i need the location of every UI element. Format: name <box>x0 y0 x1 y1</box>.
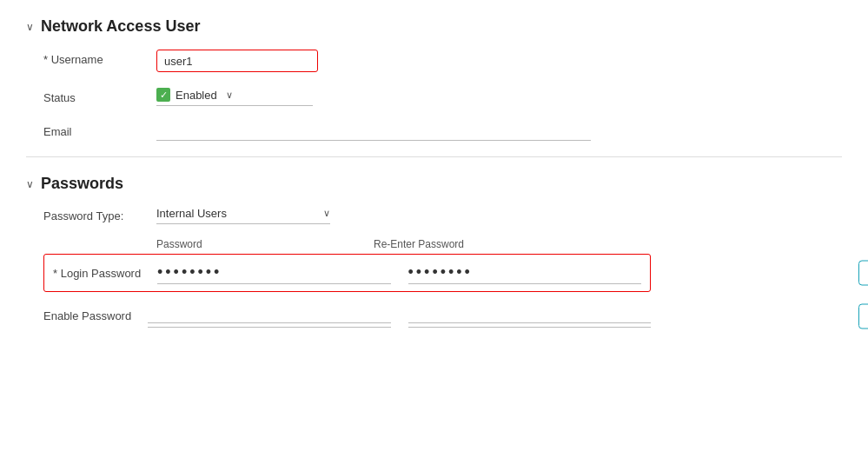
login-password-row: * Login Password <box>43 254 651 292</box>
status-label: Status <box>43 88 156 104</box>
enable-password-row: Enable Password <box>26 304 651 328</box>
status-dropdown-arrow[interactable]: ∨ <box>226 90 233 101</box>
status-checkbox-icon[interactable]: ✓ <box>156 88 170 102</box>
username-control <box>156 50 591 72</box>
login-generate-password-button[interactable]: Generate Password <box>858 261 868 286</box>
password-type-dropdown-arrow[interactable]: ∨ <box>323 208 330 219</box>
username-row: * Username <box>26 50 842 72</box>
status-wrap[interactable]: ✓ Enabled ∨ <box>156 88 313 106</box>
enable-password-inputs <box>148 304 651 328</box>
enable-reenter-input-wrap <box>408 304 652 328</box>
enable-reenter-input[interactable] <box>408 304 652 323</box>
network-access-title: Network Access User <box>41 17 200 36</box>
section-divider <box>26 156 842 157</box>
passwords-title: Passwords <box>41 175 123 193</box>
status-control: ✓ Enabled ∨ <box>156 88 591 106</box>
login-password-input[interactable] <box>157 262 391 283</box>
login-generate-wrap: Generate Password i <box>858 261 868 286</box>
enable-generate-password-button[interactable]: Generate Password <box>858 303 868 329</box>
username-box <box>156 50 318 72</box>
login-password-label: * Login Password <box>53 267 157 280</box>
username-input[interactable] <box>164 55 310 68</box>
password-col-label: Password <box>156 238 374 250</box>
password-type-label: Password Type: <box>43 209 156 222</box>
login-password-inputs <box>157 262 641 284</box>
network-access-header: ∨ Network Access User <box>26 17 842 36</box>
network-access-chevron-icon[interactable]: ∨ <box>26 21 34 33</box>
email-label: Email <box>43 122 156 138</box>
enable-password-label: Enable Password <box>43 309 148 322</box>
login-reenter-input[interactable] <box>408 262 642 283</box>
password-columns-header: Password Re-Enter Password <box>26 238 842 250</box>
username-label: * Username <box>43 50 156 66</box>
password-type-value: Internal Users <box>156 207 320 220</box>
passwords-chevron-icon[interactable]: ∨ <box>26 178 34 190</box>
reenter-col-label: Re-Enter Password <box>374 238 591 250</box>
passwords-header: ∨ Passwords <box>26 175 842 193</box>
enable-generate-wrap: Generate Password i <box>858 303 868 329</box>
email-control <box>156 122 591 141</box>
status-text: Enabled <box>176 89 217 102</box>
page: ∨ Network Access User * Username Status … <box>0 0 868 458</box>
enable-password-input-wrap <box>148 304 391 328</box>
password-type-row: Password Type: Internal Users ∨ <box>26 207 842 224</box>
login-reenter-input-wrap <box>408 262 642 284</box>
email-input[interactable] <box>156 122 591 141</box>
enable-password-input[interactable] <box>148 304 391 323</box>
email-row: Email <box>26 122 842 141</box>
login-password-input-wrap <box>157 262 391 284</box>
network-access-section: ∨ Network Access User * Username Status … <box>26 17 842 141</box>
passwords-section: ∨ Passwords Password Type: Internal User… <box>26 175 842 328</box>
password-type-select-wrap[interactable]: Internal Users ∨ <box>156 207 330 224</box>
status-row: Status ✓ Enabled ∨ <box>26 88 842 106</box>
